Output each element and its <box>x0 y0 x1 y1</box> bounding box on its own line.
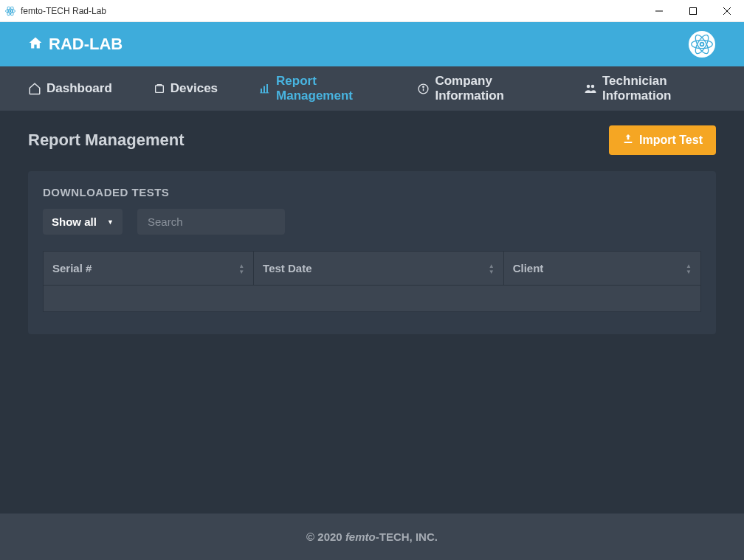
panel-title: DOWNLOADED TESTS <box>43 186 701 198</box>
app-icon <box>4 5 16 17</box>
svg-rect-14 <box>155 86 163 92</box>
nav-label: Technician Information <box>602 74 716 103</box>
main-content: Report Management Import Test DOWNLOADED… <box>0 111 744 514</box>
svg-point-22 <box>587 85 590 89</box>
svg-rect-16 <box>264 86 265 93</box>
svg-rect-18 <box>260 92 269 93</box>
column-label: Serial # <box>52 262 92 274</box>
brand-text: RAD-LAB <box>49 35 123 54</box>
chart-icon <box>259 83 271 94</box>
sort-icon: ▲▼ <box>489 263 495 274</box>
dashboard-icon <box>28 82 41 95</box>
upload-icon <box>622 133 634 148</box>
copyright: © 2020 femto-TECH, INC. <box>306 530 438 543</box>
app-header: RAD-LAB <box>0 22 744 66</box>
close-button[interactable] <box>710 0 744 22</box>
brand[interactable]: RAD-LAB <box>28 35 123 54</box>
svg-rect-17 <box>266 84 268 93</box>
nav-devices[interactable]: Devices <box>154 81 218 96</box>
home-icon <box>28 35 43 54</box>
atom-logo-icon <box>688 30 716 58</box>
column-label: Client <box>513 262 544 274</box>
nav-report-management[interactable]: Report Management <box>259 74 376 103</box>
import-button-label: Import Test <box>639 134 703 147</box>
column-header-serial[interactable]: Serial # ▲▼ <box>44 252 254 286</box>
nav-label: Company Information <box>435 74 542 103</box>
svg-rect-5 <box>690 7 697 14</box>
nav-company-information[interactable]: Company Information <box>417 74 542 103</box>
users-icon <box>584 82 597 95</box>
sort-icon: ▲▼ <box>686 263 692 274</box>
column-header-test-date[interactable]: Test Date ▲▼ <box>254 252 504 286</box>
maximize-button[interactable] <box>676 0 710 22</box>
nav-label: Report Management <box>276 74 376 103</box>
chevron-down-icon: ▼ <box>107 218 114 226</box>
column-label: Test Date <box>263 262 311 274</box>
minimize-button[interactable] <box>642 0 676 22</box>
footer: © 2020 femto-TECH, INC. <box>0 514 744 560</box>
filter-selected-value: Show all <box>52 215 97 228</box>
nav-dashboard[interactable]: Dashboard <box>28 81 112 96</box>
svg-point-0 <box>10 10 12 12</box>
sort-icon: ▲▼ <box>238 263 244 274</box>
info-icon <box>417 83 430 95</box>
nav-label: Dashboard <box>46 81 112 96</box>
svg-point-23 <box>591 85 595 89</box>
downloaded-tests-panel: DOWNLOADED TESTS Show all ▼ Serial # ▲▼ … <box>28 171 716 334</box>
nav-label: Devices <box>170 81 218 96</box>
column-header-client[interactable]: Client ▲▼ <box>503 252 700 286</box>
window-title: femto-TECH Rad-Lab <box>21 6 106 16</box>
main-nav: Dashboard Devices Report Management Comp… <box>0 66 744 111</box>
tests-table: Serial # ▲▼ Test Date ▲▼ Client ▲▼ <box>43 251 701 312</box>
svg-rect-15 <box>261 89 262 93</box>
devices-icon <box>154 83 165 94</box>
import-test-button[interactable]: Import Test <box>609 125 716 155</box>
svg-point-13 <box>701 44 703 46</box>
page-title: Report Management <box>28 131 184 150</box>
search-input[interactable] <box>137 209 285 235</box>
nav-technician-information[interactable]: Technician Information <box>584 74 716 103</box>
svg-point-21 <box>423 86 424 86</box>
window-titlebar: femto-TECH Rad-Lab <box>0 0 744 22</box>
filter-select[interactable]: Show all ▼ <box>43 209 123 235</box>
empty-row <box>44 286 701 312</box>
